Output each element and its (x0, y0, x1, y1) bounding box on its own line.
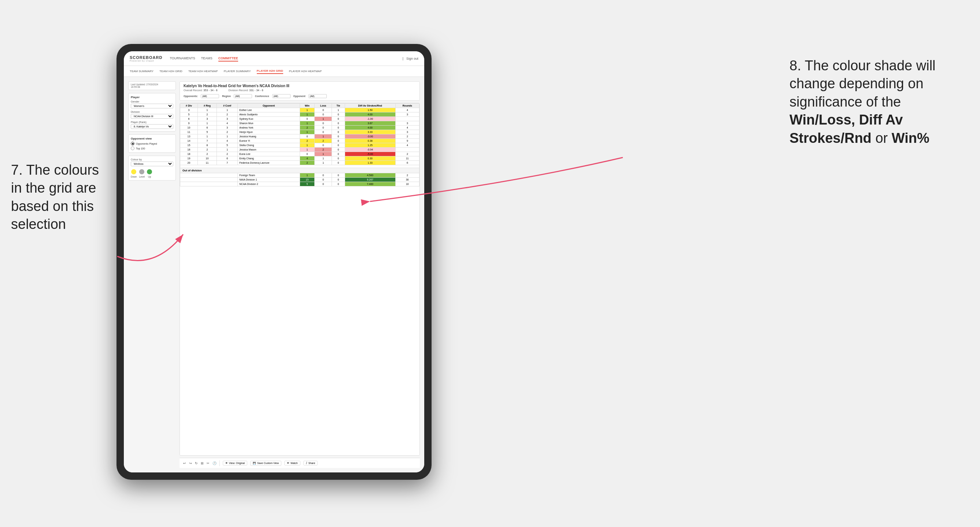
legend: Down Level Up (131, 169, 173, 178)
nav-sign-out[interactable]: Sign out (406, 56, 418, 61)
legend-circle-up (147, 169, 152, 174)
view-icon: 👁 (225, 462, 228, 464)
col-opponent: Opponent (238, 104, 300, 108)
table-row: 5 2 2 Alexis Sudijanto 1 0 0 4.00 3 (180, 113, 420, 117)
section-out-of-division: Out of division (180, 168, 420, 173)
annotation-right: 8. The colour shade will change dependin… (789, 57, 958, 147)
nav-teams[interactable]: TEAMS (201, 56, 213, 62)
table-row: 14 7 4 Eunice Yi 2 2 0 0.38 9 (180, 139, 420, 143)
colour-section: Colour by Win/loss Down Level (128, 156, 176, 181)
table-row: 11 5 2 Heejo Hyun 1 0 0 3.33 3 (180, 130, 420, 134)
refresh-icon[interactable]: ↻ (195, 462, 198, 465)
grid-header: Katelyn Vo Head-to-Head Grid for Women's… (180, 81, 420, 101)
right-panel: Katelyn Vo Head-to-Head Grid for Women's… (180, 81, 420, 468)
table-row: 3 1 1 Esther Lee 1 0 1 1.50 4 (180, 108, 420, 113)
nav-tournaments[interactable]: TOURNAMENTS (170, 56, 195, 62)
sub-nav-player-h2h-grid[interactable]: PLAYER H2H GRID (257, 68, 283, 74)
overall-record: Overall Record: 353 - 34 - 6 (183, 89, 218, 92)
division-record: Division Record: 331 - 34 - 6 (229, 89, 263, 92)
save-custom-view-button[interactable]: 💾 Save Custom View (250, 461, 282, 466)
share-button[interactable]: ⤴ Share (303, 461, 318, 465)
radio-opponents-played[interactable]: Opponents Played (131, 142, 173, 145)
col-div: # Div (180, 104, 198, 108)
left-panel: Last Updated: 27/03/2024 16:55:38 Player… (128, 81, 176, 468)
col-rounds: Rounds (395, 104, 419, 108)
nav-bar: SCOREBOARD Powered by clippd TOURNAMENTS… (124, 51, 424, 66)
undo-icon[interactable]: ↩ (183, 462, 186, 465)
nav-right: | Sign out (402, 56, 418, 61)
col-diff: Diff Av Strokes/Rnd (345, 104, 395, 108)
sub-nav: TEAM SUMMARY TEAM H2H GRID TEAM H2H HEAT… (124, 66, 424, 77)
bottom-toolbar: ↩ ↪ ↻ ⊞ ✂ 🕐 👁 View: Original 💾 Save Cust… (180, 458, 420, 468)
legend-down: Down (131, 169, 137, 178)
sub-nav-team-summary[interactable]: TEAM SUMMARY (130, 69, 153, 74)
table-row: 13 1 1 Jessica Huang 0 1 0 -3.00 2 (180, 134, 420, 139)
filter-conference-select[interactable]: (All) (272, 94, 291, 98)
tablet-screen: SCOREBOARD Powered by clippd TOURNAMENTS… (124, 51, 424, 472)
table-row: 10 6 3 Andrea York 2 0 0 4.00 4 (180, 125, 420, 130)
share-icon: ⤴ (306, 462, 307, 464)
copy-icon[interactable]: ⊞ (201, 462, 204, 465)
nav-committee[interactable]: COMMITTEE (218, 56, 238, 62)
player-section: Player Gender Women's Division NCAA Divi… (128, 93, 176, 132)
table-row: NCAA Division 2 5 0 0 7.400 10 (180, 182, 420, 186)
sub-nav-player-summary[interactable]: PLAYER SUMMARY (224, 69, 251, 74)
table-row: 19 10 6 Emily Chang 4 1 0 0.30 11 (180, 156, 420, 161)
colour-by-select[interactable]: Win/loss (131, 162, 173, 166)
col-conf: # Conf (217, 104, 238, 108)
col-reg: # Reg (197, 104, 216, 108)
filter-opponents-select[interactable]: (All) (201, 94, 219, 98)
legend-up: Up (147, 169, 152, 178)
table-row: 18 2 2 Euna Lee 0 1 0 -5.00 2 (180, 152, 420, 156)
table-row: 20 11 7 Federica Domecq Lacroze 2 1 0 1.… (180, 161, 420, 165)
table-row-empty (180, 165, 420, 168)
table-row: 6 3 3 Sydney Kuo 0 1 0 -1.00 (180, 117, 420, 121)
grid-records: Overall Record: 353 - 34 - 6 Division Re… (183, 89, 416, 92)
nav-items: TOURNAMENTS TEAMS COMMITTEE (170, 56, 402, 62)
tablet-device: SCOREBOARD Powered by clippd TOURNAMENTS… (116, 44, 431, 480)
legend-level: Level (139, 169, 145, 178)
filters: Opponents: (All) Region (All) Conference… (183, 94, 416, 98)
watch-button[interactable]: 👁 Watch (284, 461, 301, 465)
radio-dot-unselected (131, 146, 134, 150)
gender-select[interactable]: Women's (131, 104, 173, 108)
player-rank-select[interactable]: 8. Katelyn Vo (131, 124, 173, 129)
opponent-view-section: Opponent view Opponents Played Top 100 (128, 134, 176, 153)
sep-1 (220, 460, 220, 466)
sub-nav-team-h2h-grid[interactable]: TEAM H2H GRID (159, 69, 183, 74)
main-content: Last Updated: 27/03/2024 16:55:38 Player… (124, 77, 424, 472)
annotation-left: 7. The colours in the grid are based on … (11, 161, 114, 234)
save-icon: 💾 (253, 462, 256, 465)
table-row: 9 1 4 Sharon Mun 1 0 0 3.67 3 (180, 121, 420, 125)
legend-circle-down (131, 169, 136, 174)
filter-region-select[interactable]: (All) (234, 94, 252, 98)
radio-top-100[interactable]: Top 100 (131, 146, 173, 150)
table-row: NAIA Division 1 15 0 0 9.267 30 (180, 178, 420, 182)
watch-icon: 👁 (287, 462, 290, 464)
radio-dot-selected (131, 142, 134, 145)
division-select[interactable]: NCAA Division III (131, 114, 173, 119)
opponent-view-radio-group: Opponents Played Top 100 (131, 142, 173, 150)
filter-opponent-select[interactable]: (All) (309, 94, 327, 98)
nav-pipe: | (402, 57, 403, 60)
view-original-button[interactable]: 👁 View: Original (223, 461, 247, 465)
table-header-row: # Div # Reg # Conf Opponent Win Loss Tie… (180, 104, 420, 108)
col-win: Win (300, 104, 315, 108)
col-loss: Loss (315, 104, 332, 108)
sub-nav-player-h2h-heatmap[interactable]: PLAYER H2H HEATMAP (289, 69, 322, 74)
table-row: 16 2 1 Jessica Mason 1 2 0 -0.94 (180, 148, 420, 152)
last-updated: Last Updated: 27/03/2024 16:55:38 (128, 81, 176, 90)
data-table: # Div # Reg # Conf Opponent Win Loss Tie… (180, 103, 420, 186)
sub-nav-team-h2h-heatmap[interactable]: TEAM H2H HEATMAP (188, 69, 218, 74)
clock-icon[interactable]: 🕐 (213, 462, 216, 465)
col-tie: Tie (332, 104, 345, 108)
nav-logo: SCOREBOARD Powered by clippd (130, 55, 162, 62)
redo-icon[interactable]: ↪ (189, 462, 192, 465)
data-table-container: # Div # Reg # Conf Opponent Win Loss Tie… (180, 103, 420, 456)
legend-circle-level (139, 169, 144, 174)
scissors-icon[interactable]: ✂ (207, 462, 210, 465)
table-row: 15 8 5 Stella Cheng 1 0 0 1.25 4 (180, 143, 420, 148)
table-row: Foreign Team 1 0 0 4.500 2 (180, 173, 420, 178)
